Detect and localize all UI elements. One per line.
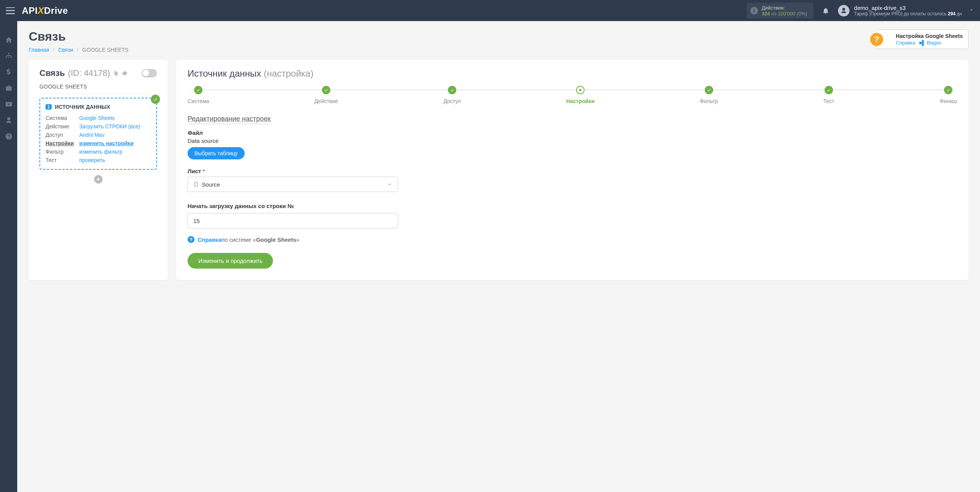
chevron-down-icon <box>387 182 392 187</box>
home-icon[interactable] <box>0 32 17 48</box>
breadcrumb-home[interactable]: Главная <box>29 47 49 53</box>
start-row-input[interactable] <box>188 213 398 228</box>
row-test[interactable]: Тестпроверить <box>46 156 151 164</box>
settings-card: Источник данных (настройка) Система Дейс… <box>176 60 969 280</box>
username: demo_apix-drive_s3 <box>854 5 962 11</box>
row-settings[interactable]: Настройкиизменить настройки <box>46 139 151 148</box>
breadcrumb: Главная / Связи / GOOGLE SHEETS <box>29 47 876 53</box>
row-access[interactable]: ДоступAndrii Mav <box>46 131 151 139</box>
question-icon: ? <box>188 236 194 243</box>
camera-icon: ■▌ <box>919 40 926 46</box>
document-icon <box>193 182 199 187</box>
copy-icon[interactable] <box>113 70 119 76</box>
file-label: Файл <box>188 130 957 136</box>
gear-icon[interactable] <box>121 70 127 76</box>
info-icon: i <box>750 7 758 15</box>
breadcrumb-links[interactable]: Связи <box>58 47 73 53</box>
badge-number: 1 <box>46 104 52 110</box>
section-header: Редактирование настроек <box>188 115 271 124</box>
breadcrumb-current: GOOGLE SHEETS <box>82 47 129 53</box>
step-test[interactable]: Тест <box>823 86 835 104</box>
main: Связь Главная / Связи / GOOGLE SHEETS ? … <box>17 21 980 492</box>
user-icon[interactable] <box>0 112 17 128</box>
chevron-down-icon <box>969 7 974 14</box>
topbar: APIXDrive i Действия: 324 из 100'000 (0%… <box>0 0 980 21</box>
step-settings[interactable]: Настройки <box>566 86 595 104</box>
step-access[interactable]: Доступ <box>443 86 461 104</box>
actions-pct: (0%) <box>797 11 807 16</box>
continue-button[interactable]: Изменить и продолжить <box>188 253 273 269</box>
help-link-video[interactable]: Видео <box>927 40 941 46</box>
sheet-label: Лист* <box>188 168 957 174</box>
step-system[interactable]: Система <box>188 86 209 104</box>
row-system[interactable]: СистемаGoogle Sheets <box>46 114 151 122</box>
check-icon <box>151 95 160 104</box>
step-finish[interactable]: Финиш <box>940 86 957 104</box>
connection-card: Связь (ID: 44178) GOOGLE SHEETS 1 ИСТОЧН… <box>29 60 168 280</box>
row-filter[interactable]: Фильтризменить фильтр <box>46 148 151 156</box>
tariff-line: Тариф |Премиум PRO| до оплаты осталось 2… <box>854 11 962 16</box>
actions-count: 324 <box>762 11 770 16</box>
user-menu[interactable]: demo_apix-drive_s3 Тариф |Премиум PRO| д… <box>838 5 974 16</box>
briefcase-icon[interactable] <box>0 80 17 96</box>
help-link-text[interactable]: Справка <box>896 40 915 46</box>
choose-table-button[interactable]: Выбрать таблицу <box>188 147 245 159</box>
add-button[interactable]: + <box>94 175 103 184</box>
card-title: Связь <box>39 68 65 78</box>
row-label: Начать загрузку данных со строки № <box>188 203 957 209</box>
avatar-icon <box>838 5 849 16</box>
connections-icon[interactable] <box>0 48 17 64</box>
source-header: 1 ИСТОЧНИК ДАННЫХ <box>46 104 151 110</box>
billing-icon[interactable] <box>0 64 17 80</box>
step-filter[interactable]: Фильтр <box>700 86 718 104</box>
question-icon: ? <box>870 33 883 46</box>
step-action[interactable]: Действие <box>315 86 338 104</box>
enable-toggle[interactable] <box>142 69 157 77</box>
system-help-line[interactable]: ? Справка по системе «Google Sheets» <box>188 236 957 243</box>
row-action[interactable]: ДействиеЗагрузить СТРОКИ (все) <box>46 122 151 131</box>
help-title: Настройка Google Sheets <box>896 33 963 39</box>
sheet-select[interactable]: Source <box>188 177 398 192</box>
help-icon[interactable] <box>0 128 17 144</box>
page-title: Связь <box>29 30 876 44</box>
actions-max: 100'000 <box>778 11 795 16</box>
help-box: ? Настройка Google Sheets Справка ■▌ Вид… <box>876 30 969 49</box>
stepper: Система Действие Доступ Настройки Фильтр… <box>188 86 957 104</box>
logo[interactable]: APIXDrive <box>22 5 68 16</box>
bell-icon[interactable] <box>822 7 830 15</box>
source-box: 1 ИСТОЧНИК ДАННЫХ СистемаGoogle Sheets Д… <box>39 98 157 170</box>
sidebar <box>0 21 17 492</box>
panel-title: Источник данных (настройка) <box>188 68 957 79</box>
card-id: (ID: 44178) <box>68 68 110 78</box>
actions-iz: из <box>771 11 776 16</box>
video-icon[interactable] <box>0 96 17 112</box>
file-value: Data source <box>188 138 957 144</box>
actions-counter[interactable]: i Действия: 324 из 100'000 (0%) <box>746 3 813 19</box>
menu-icon[interactable] <box>6 7 15 14</box>
actions-label: Действия: <box>762 5 807 11</box>
card-subtitle: GOOGLE SHEETS <box>39 84 157 94</box>
sheet-value: Source <box>202 181 387 188</box>
